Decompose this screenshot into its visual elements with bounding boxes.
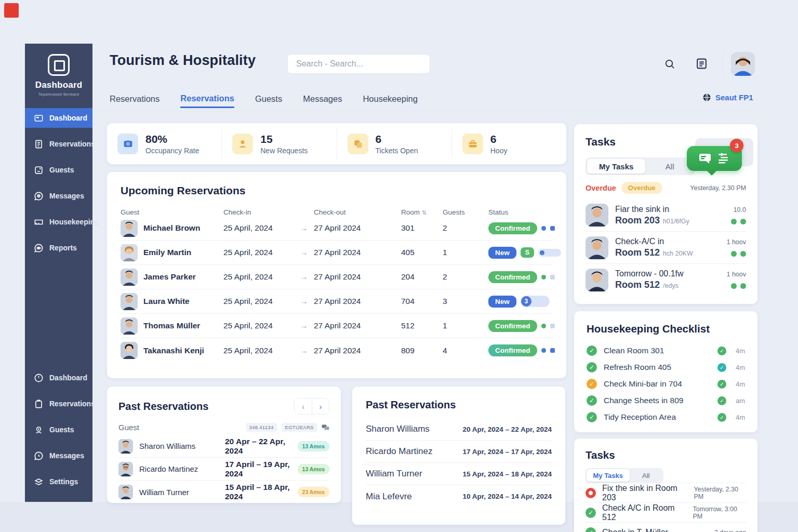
section-title: Housekeeping Checklist bbox=[587, 323, 745, 335]
list-item[interactable]: Mia Lefevre 10 Apr, 2024 – 14 Apr, 2024 bbox=[366, 485, 552, 508]
status-badge: Confirmed bbox=[488, 344, 537, 356]
checkout: 27 April 2024 bbox=[314, 321, 401, 330]
sidebar-item-label: Housekeeping bbox=[49, 218, 99, 226]
col-guests: Guests bbox=[443, 208, 488, 216]
checkout: 27 April 2024 bbox=[314, 223, 401, 233]
table-row[interactable]: Laura White 25 April, 2024 → 27 April 20… bbox=[121, 289, 553, 314]
tab-housekeeping[interactable]: Housekeeping bbox=[363, 94, 418, 107]
task-item[interactable]: Check-A/C in Room 512hch 20KW 1 hoov bbox=[586, 231, 746, 263]
sidebar-item-housekeeping[interactable]: Housekeeping bbox=[25, 212, 92, 232]
sidebar-item-dashboard-2[interactable]: Dashboard bbox=[25, 368, 92, 388]
avatar bbox=[121, 269, 138, 286]
sidebar-item-label: Messages bbox=[49, 192, 84, 200]
tab-guests[interactable]: Guests bbox=[255, 94, 282, 107]
list-item[interactable]: Sharon Williams 20 Apr, 2024 – 22 Apr, 2… bbox=[366, 418, 552, 441]
status-check-icon: ✓ bbox=[717, 363, 726, 372]
status-mini-badge: S bbox=[521, 247, 534, 258]
tab-reservations-1[interactable]: Reservations bbox=[110, 94, 159, 107]
sidebar-item-reservations-2[interactable]: Reservations bbox=[25, 394, 92, 414]
list-item[interactable]: Ricardo Martinez 17 April – 19 Apr, 2024… bbox=[118, 458, 329, 481]
table-row[interactable]: Takanashi Kenji 25 April, 2024 → 27 Apri… bbox=[121, 338, 553, 363]
chat-card-icon bbox=[699, 153, 712, 164]
housekeeping-checklist-card: Housekeeping Checklist ✓ Clean Room 301 … bbox=[574, 311, 757, 432]
card-view-icon[interactable] bbox=[322, 424, 329, 431]
sidebar-item-reservations[interactable]: Reservations bbox=[25, 134, 92, 154]
table-row[interactable]: Michael Brown 25 April, 2024 → 27 April … bbox=[121, 216, 553, 241]
task-time: 1 hoov bbox=[726, 271, 746, 278]
guest-name: Takanashi Kenji bbox=[143, 346, 204, 355]
check-icon[interactable]: ✓ bbox=[587, 379, 597, 389]
table-row[interactable]: Emily Martin 25 April, 2024 → 27 April 2… bbox=[121, 241, 553, 265]
dates: 20 Apr – 22 Apr, 2024 bbox=[225, 437, 298, 456]
room: 704 bbox=[401, 297, 443, 306]
guests-icon bbox=[34, 165, 44, 175]
sidebar-item-reports[interactable]: Reports bbox=[25, 238, 92, 258]
checklist-item[interactable]: ✓ Change Sheets in 809 ✓ am bbox=[587, 392, 745, 409]
checklist-item[interactable]: ✓ Clean Room 301 ✓ 4m bbox=[587, 342, 745, 359]
status-count-pill: 3 bbox=[521, 296, 550, 307]
table-row[interactable]: James Parker 25 April, 2024 → 27 April 2… bbox=[121, 265, 553, 289]
guest-name: William Turner bbox=[366, 469, 422, 479]
user-link[interactable]: Seaut FP1 bbox=[702, 93, 753, 102]
notes-icon[interactable] bbox=[695, 57, 708, 70]
list-item[interactable]: Ricardo Martinez 17 Apr, 2024 – 17 Apr, … bbox=[366, 441, 552, 463]
task-item[interactable]: Fix the sink in Room 203 Yesterday, 2.30… bbox=[586, 483, 746, 502]
sidebar-item-dashboard[interactable]: Dashboard bbox=[25, 108, 92, 128]
tab-all[interactable]: All bbox=[630, 472, 662, 480]
list-item[interactable]: William Turner 15 April – 18 Apr, 2024 2… bbox=[118, 481, 329, 503]
task-item[interactable]: ✓ Check in T. Müller 2 days ago bbox=[586, 522, 746, 532]
list-item[interactable]: William Turner 15 Apr, 2024 – 18 Apr, 20… bbox=[366, 463, 552, 485]
list-item[interactable]: Sharon Williams 20 Apr – 22 Apr, 2024 13… bbox=[118, 435, 329, 458]
search-input[interactable] bbox=[287, 54, 430, 74]
sidebar-item-guests[interactable]: Guests bbox=[25, 160, 92, 180]
dates: 15 April – 18 Apr, 2024 bbox=[225, 483, 298, 501]
checklist-item[interactable]: ✓ Tidy Reception Area ✓ 4m bbox=[587, 409, 745, 425]
check-icon: ✓ bbox=[586, 508, 596, 518]
search-icon[interactable] bbox=[664, 58, 676, 70]
tab-reservations-2[interactable]: Reservations bbox=[180, 94, 234, 108]
check-icon[interactable]: ✓ bbox=[587, 395, 597, 406]
copy-icon bbox=[348, 134, 368, 154]
guest-count: 4 bbox=[443, 346, 488, 355]
sidebar-item-label: Settings bbox=[49, 477, 78, 486]
check-icon[interactable]: ✓ bbox=[587, 345, 597, 356]
past-reservations-left-card: Past Reservations ‹ › Guest 348.41134 EG… bbox=[107, 387, 341, 503]
avatar bbox=[121, 293, 138, 310]
task-item[interactable]: Tomorrow - 00.1fw Room 512/edys 1 hoov bbox=[586, 263, 746, 296]
task-item[interactable]: Fiar the sink in Room 203h01/6fGy 10.0 bbox=[586, 199, 746, 231]
guest-name: Michael Brown bbox=[143, 223, 200, 233]
guest-name: Sharon Williams bbox=[139, 442, 225, 450]
task-room: Room 203 bbox=[615, 215, 660, 225]
sort-icon: ⇅ bbox=[422, 209, 427, 216]
sidebar-item-messages-2[interactable]: Messages bbox=[25, 446, 92, 466]
checklist-time: am bbox=[730, 397, 745, 405]
tasks-bottom-card: Tasks My Tasks All Fix the sink in Room … bbox=[574, 438, 757, 532]
avatar bbox=[586, 269, 608, 291]
check-icon[interactable]: ✓ bbox=[587, 362, 597, 373]
overdue-time: Yesterday, 2.30 PM bbox=[690, 184, 746, 192]
tab-messages[interactable]: Messages bbox=[303, 94, 342, 107]
user-avatar[interactable] bbox=[731, 52, 755, 76]
checkout: 27 April 2024 bbox=[314, 346, 401, 355]
task-item[interactable]: ✓ Check A/C in Room 512 Tomorrow, 3:00 P… bbox=[586, 502, 746, 522]
prev-page-button[interactable]: ‹ bbox=[295, 398, 312, 414]
tab-my-tasks[interactable]: My Tasks bbox=[587, 469, 630, 482]
section-title: Tasks bbox=[586, 449, 746, 461]
checklist-item[interactable]: ✓ Check Mini-bar in 704 ✓ 4m bbox=[587, 376, 745, 392]
sidebar-item-messages[interactable]: Messages bbox=[25, 186, 92, 206]
next-page-button[interactable]: › bbox=[312, 398, 329, 414]
col-status: Status bbox=[488, 208, 553, 216]
camera-icon bbox=[117, 134, 138, 154]
tab-my-tasks[interactable]: My Tasks bbox=[587, 159, 645, 174]
sidebar-item-guests-2[interactable]: Guests bbox=[25, 420, 92, 440]
tasks-tabs: My Tasks All bbox=[586, 157, 696, 175]
checkout: 27 April 2024 bbox=[314, 297, 401, 306]
col-room[interactable]: Room ⇅ bbox=[401, 208, 443, 216]
meta-box-1: 348.41134 bbox=[246, 423, 277, 432]
sidebar-item-settings[interactable]: Settings bbox=[25, 472, 92, 491]
check-icon[interactable]: ✓ bbox=[587, 412, 597, 422]
reports-icon bbox=[34, 243, 44, 253]
table-row[interactable]: Thomas Müller 25 April, 2024 → 27 April … bbox=[121, 314, 553, 338]
stat-tickets-open: 6 Tickets Open bbox=[337, 129, 451, 158]
checklist-item[interactable]: ✓ Refresh Room 405 ✓ 4m bbox=[587, 359, 745, 376]
